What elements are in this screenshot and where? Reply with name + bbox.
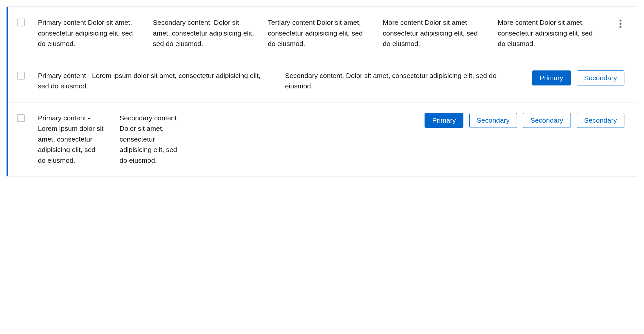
secondary-button[interactable]: Secondary <box>577 113 624 128</box>
row-cell-more-2: More content Dolor sit amet, consectetur… <box>498 17 613 49</box>
row-checkbox[interactable] <box>17 72 25 80</box>
row-cell-tertiary: Tertiary content Dolor sit amet, consect… <box>268 17 383 49</box>
row-cell-more-1: More content Dolor sit amet, consectetur… <box>383 17 498 49</box>
list-row: Primary content - Lorem ipsum dolor sit … <box>8 102 637 176</box>
row-checkbox[interactable] <box>17 114 25 122</box>
row-checkbox[interactable] <box>17 19 25 26</box>
primary-button[interactable]: Primary <box>532 70 571 85</box>
row-cell-primary: Primary content Dolor sit amet, consecte… <box>38 17 153 49</box>
list-row: Primary content - Lorem ipsum dolor sit … <box>8 60 637 102</box>
row-cell-secondary: Secondary content. Dolor sit amet, conse… <box>120 113 201 166</box>
data-list: Primary content Dolor sit amet, consecte… <box>7 7 637 176</box>
list-row: Primary content Dolor sit amet, consecte… <box>8 7 637 60</box>
primary-button[interactable]: Primary <box>425 113 463 128</box>
row-cell-secondary: Secondary content. Dolor sit amet, conse… <box>285 70 532 92</box>
checkbox-cell <box>17 17 38 26</box>
kebab-cell <box>613 17 624 29</box>
row-cell-primary: Primary content - Lorem ipsum dolor sit … <box>38 113 120 166</box>
secondary-button[interactable]: Secondary <box>469 113 517 128</box>
checkbox-cell <box>17 113 38 122</box>
row-cell-primary: Primary content - Lorem ipsum dolor sit … <box>38 70 285 92</box>
secondary-button[interactable]: Secondary <box>523 113 571 128</box>
row-actions: Primary Secondary Secondary Secondary <box>201 113 624 128</box>
secondary-button[interactable]: Secondary <box>577 70 624 85</box>
kebab-menu-icon[interactable] <box>617 19 624 29</box>
row-cell-secondary: Secondary content. Dolor sit amet, conse… <box>153 17 268 49</box>
row-actions: Primary Secondary <box>532 70 624 85</box>
checkbox-cell <box>17 70 38 80</box>
